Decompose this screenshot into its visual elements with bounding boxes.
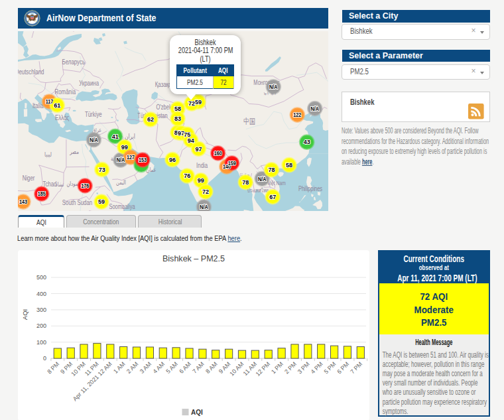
svg-text:Bishkek – PM2.5: Bishkek – PM2.5 xyxy=(162,253,225,263)
svg-text:76: 76 xyxy=(184,173,190,179)
svg-text:India: India xyxy=(196,162,208,169)
svg-text:97: 97 xyxy=(195,146,202,153)
svg-text:N/A: N/A xyxy=(117,157,125,164)
svg-text:Tchad: Tchad xyxy=(43,180,57,187)
svg-text:Deutschland: Deutschland xyxy=(18,68,44,76)
svg-text:مصر: مصر xyxy=(69,148,79,155)
svg-text:Беларусь: Беларусь xyxy=(62,58,86,66)
svg-text:Việt Nam: Việt Nam xyxy=(267,180,286,186)
svg-text:10 AM: 10 AM xyxy=(228,360,245,377)
svg-text:South Sudan: South Sudan xyxy=(62,199,92,206)
svg-text:200: 200 xyxy=(36,322,46,329)
svg-text:ليبيا: ليبيا xyxy=(44,151,52,158)
svg-text:78: 78 xyxy=(268,167,275,173)
svg-text:8 PM: 8 PM xyxy=(46,360,60,375)
svg-text:10 PM: 10 PM xyxy=(70,360,86,377)
svg-text:6 AM: 6 AM xyxy=(178,360,192,375)
svg-text:117: 117 xyxy=(46,99,54,105)
svg-text:5 PM: 5 PM xyxy=(323,360,338,375)
svg-text:500: 500 xyxy=(36,274,46,281)
svg-text:1 AM: 1 AM xyxy=(112,360,127,375)
svg-text:N/A: N/A xyxy=(258,176,267,182)
svg-text:62: 62 xyxy=(147,116,154,123)
svg-text:153: 153 xyxy=(139,157,147,164)
svg-text:Ελλάς: Ελλάς xyxy=(55,114,70,121)
svg-text:Украина: Украина xyxy=(79,80,99,87)
svg-text:7 AM: 7 AM xyxy=(191,360,206,375)
svg-text:159: 159 xyxy=(228,160,237,167)
svg-text:N/A: N/A xyxy=(90,137,98,143)
svg-text:96: 96 xyxy=(169,157,176,163)
svg-text:2 PM: 2 PM xyxy=(283,360,298,375)
svg-text:România: România xyxy=(55,88,76,96)
svg-text:N/A: N/A xyxy=(269,84,278,90)
svg-text:72: 72 xyxy=(188,100,195,107)
svg-text:2 AM: 2 AM xyxy=(125,360,140,375)
svg-text:N/A: N/A xyxy=(311,105,320,112)
svg-text:Niger: Niger xyxy=(23,175,35,182)
svg-text:122: 122 xyxy=(293,112,302,119)
svg-text:4 PM: 4 PM xyxy=(310,360,324,375)
svg-text:8 AM: 8 AM xyxy=(204,360,219,375)
svg-text:中国: 中国 xyxy=(243,117,255,126)
svg-text:41: 41 xyxy=(112,133,119,140)
svg-text:61: 61 xyxy=(54,102,60,109)
svg-text:58: 58 xyxy=(286,162,292,169)
svg-text:AQI: AQI xyxy=(191,409,203,416)
svg-text:99: 99 xyxy=(198,177,204,184)
svg-text:127: 127 xyxy=(127,155,135,161)
svg-text:72: 72 xyxy=(202,188,209,195)
svg-text:143: 143 xyxy=(19,199,28,206)
svg-text:400: 400 xyxy=(36,290,46,297)
svg-text:176: 176 xyxy=(81,183,90,190)
svg-text:1 PM: 1 PM xyxy=(270,360,284,375)
svg-text:اليمن: اليمن xyxy=(116,179,126,186)
svg-text:ایران: ایران xyxy=(125,132,135,139)
svg-text:AQI: AQI xyxy=(21,309,29,320)
svg-text:Philippines: Philippines xyxy=(298,185,323,192)
svg-text:N/A: N/A xyxy=(200,204,208,211)
svg-text:5 AM: 5 AM xyxy=(164,360,179,375)
svg-text:43: 43 xyxy=(304,139,310,145)
svg-text:300: 300 xyxy=(36,307,46,313)
svg-text:185: 185 xyxy=(38,191,46,198)
svg-text:3 AM: 3 AM xyxy=(139,360,153,375)
svg-text:0: 0 xyxy=(43,355,46,362)
svg-text:100: 100 xyxy=(36,338,46,345)
svg-text:58: 58 xyxy=(174,105,181,112)
svg-text:3 PM: 3 PM xyxy=(296,360,311,375)
svg-text:67: 67 xyxy=(269,194,276,200)
svg-text:تشاد: تشاد xyxy=(56,181,64,188)
svg-text:99: 99 xyxy=(121,144,128,151)
svg-text:Soomaaliya: Soomaaliya xyxy=(109,203,135,210)
svg-text:7 PM: 7 PM xyxy=(349,360,363,375)
svg-text:73: 73 xyxy=(99,167,105,173)
svg-text:59: 59 xyxy=(98,198,105,205)
svg-text:160: 160 xyxy=(214,151,223,157)
svg-text:83: 83 xyxy=(174,115,181,122)
svg-text:6 PM: 6 PM xyxy=(336,360,350,375)
svg-text:4 AM: 4 AM xyxy=(152,360,166,375)
svg-text:78: 78 xyxy=(242,179,249,186)
svg-text:12 PM: 12 PM xyxy=(255,360,271,377)
svg-text:Türkiye: Türkiye xyxy=(85,111,102,118)
svg-text:94: 94 xyxy=(188,137,194,144)
